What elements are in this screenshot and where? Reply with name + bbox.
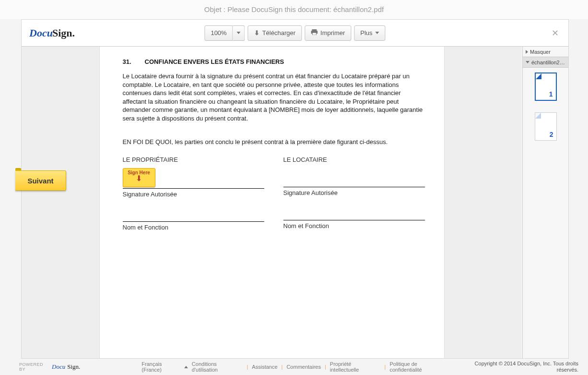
powered-label: POWERED BY xyxy=(19,362,50,372)
print-button[interactable]: Imprimer xyxy=(305,25,351,41)
witness-clause: EN FOI DE QUOI, les parties ont conclu l… xyxy=(123,138,425,146)
thumbnail-panel: Masquer échantillon2.pdf 1 2 xyxy=(522,47,568,358)
sig-line1-label: Signature Autorisée xyxy=(283,189,425,196)
page-fold-icon xyxy=(536,73,541,79)
assistance-link[interactable]: Assistance xyxy=(252,364,277,370)
page-fold-icon xyxy=(535,113,541,119)
sig-line2-label: Nom et Fonction xyxy=(123,224,264,231)
sign-indicator-icon xyxy=(550,75,554,79)
page-number: 2 xyxy=(550,131,553,138)
chevron-down-icon xyxy=(526,61,529,63)
logo: Docu Sign. xyxy=(29,27,75,39)
svg-rect-2 xyxy=(312,33,316,35)
print-icon xyxy=(311,29,318,36)
copyright: Copyright © 2014 DocuSign, Inc. Tous dro… xyxy=(453,361,578,373)
comments-link[interactable]: Commentaires xyxy=(286,364,321,370)
signature-col-locataire: LE LOCATAIRE Signature Autorisée Nom et … xyxy=(283,156,425,231)
more-button[interactable]: Plus xyxy=(354,25,385,41)
mini-logo-sign: Sign. xyxy=(67,363,80,371)
section-heading: 31. CONFIANCE ENVERS LES ÉTATS FINANCIER… xyxy=(123,58,425,65)
footer-links: Français (France) Conditions d'utilisati… xyxy=(141,361,449,373)
document-page: 31. CONFIANCE ENVERS LES ÉTATS FINANCIER… xyxy=(99,47,445,358)
page-number: 1 xyxy=(549,90,553,98)
next-label: Suivant xyxy=(27,177,53,185)
footer: POWERED BY DocuSign. Français (France) C… xyxy=(19,359,578,375)
thumbnails: 1 2 xyxy=(523,68,568,145)
section-title: CONFIANCE ENVERS LES ÉTATS FINANCIERS xyxy=(145,58,284,65)
sign-here-tab[interactable]: Sign Here ⬇ xyxy=(123,168,155,187)
sig-line1-label: Signature Autorisée xyxy=(123,191,264,198)
privacy-link[interactable]: Politique de confidentialité xyxy=(389,361,449,373)
section-paragraph: Le Locataire devra fournir à la signatur… xyxy=(123,72,425,122)
document-name-row[interactable]: échantillon2.pdf xyxy=(523,57,568,68)
separator: | xyxy=(385,364,386,370)
close-icon: ✕ xyxy=(552,28,559,38)
more-label: Plus xyxy=(360,29,372,36)
page-thumbnail-1[interactable]: 1 xyxy=(535,73,557,101)
hide-label: Masquer xyxy=(530,49,551,55)
toolbar-center: 100% ⬇ Télécharger Imprimer Plus xyxy=(204,25,385,41)
language-label: Français (France) xyxy=(141,361,182,373)
name-line xyxy=(123,203,264,222)
language-selector[interactable]: Français (France) xyxy=(141,361,188,373)
zoom-level-button[interactable]: 100% xyxy=(204,25,233,41)
document-viewport[interactable]: 31. CONFIANCE ENVERS LES ÉTATS FINANCIER… xyxy=(22,47,522,358)
chevron-down-icon xyxy=(237,32,241,34)
signature-line xyxy=(283,168,425,187)
page-thumbnail-2[interactable]: 2 xyxy=(535,112,557,141)
sig-header-locataire: LE LOCATAIRE xyxy=(283,156,425,163)
chevron-up-icon xyxy=(184,366,188,368)
section-number: 31. xyxy=(123,58,131,65)
download-button[interactable]: ⬇ Télécharger xyxy=(248,25,302,41)
zoom-group: 100% xyxy=(204,25,245,41)
hide-panel-button[interactable]: Masquer xyxy=(523,47,568,57)
sig-line2-label: Nom et Fonction xyxy=(283,222,425,230)
zoom-dropdown-button[interactable] xyxy=(233,25,245,41)
document-name: échantillon2.pdf xyxy=(531,60,565,65)
arrow-down-icon: ⬇ xyxy=(136,175,142,182)
separator: | xyxy=(282,364,283,370)
separator: | xyxy=(325,364,326,370)
name-line xyxy=(283,201,425,220)
powered-by: POWERED BY DocuSign. xyxy=(19,362,80,372)
ip-link[interactable]: Propriété intellectuelle xyxy=(330,361,381,373)
download-label: Télécharger xyxy=(262,29,295,36)
signature-line xyxy=(123,188,264,189)
separator: | xyxy=(247,364,248,370)
mini-logo-docu: Docu xyxy=(52,363,65,371)
print-label: Imprimer xyxy=(320,29,345,36)
logo-sign: Sign. xyxy=(52,27,75,39)
signature-columns: LE PROPRIÉTAIRE Sign Here ⬇ Signature Au… xyxy=(123,156,425,231)
signature-col-proprietaire: LE PROPRIÉTAIRE Sign Here ⬇ Signature Au… xyxy=(123,156,264,231)
chevron-right-icon xyxy=(526,50,528,54)
svg-rect-0 xyxy=(312,29,317,31)
terms-link[interactable]: Conditions d'utilisation xyxy=(192,361,243,373)
chevron-down-icon xyxy=(376,32,379,34)
logo-docu: Docu xyxy=(29,27,53,39)
next-button[interactable]: Suivant xyxy=(15,170,66,191)
app-frame: Docu Sign. 100% ⬇ Télécharger Imprimer xyxy=(21,19,569,359)
subject-bar: Objet : Please DocuSign this document: é… xyxy=(0,0,588,19)
close-button[interactable]: ✕ xyxy=(550,26,561,40)
toolbar: Docu Sign. 100% ⬇ Télécharger Imprimer xyxy=(22,20,568,47)
sig-header-proprietaire: LE PROPRIÉTAIRE xyxy=(123,156,264,163)
download-icon: ⬇ xyxy=(254,29,259,36)
